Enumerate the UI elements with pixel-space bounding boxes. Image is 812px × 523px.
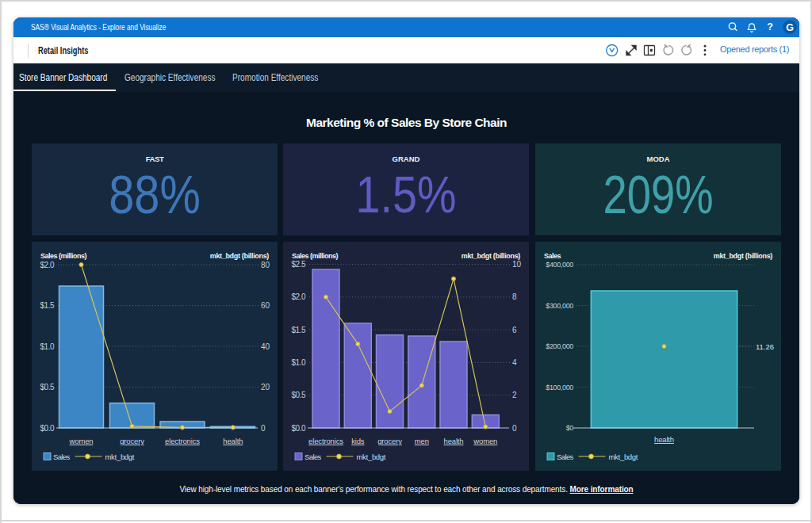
svg-text:grocery: grocery bbox=[377, 437, 402, 445]
svg-text:mkt_bdgt: mkt_bdgt bbox=[609, 452, 638, 461]
svg-text:Sales: Sales bbox=[53, 452, 71, 461]
svg-text:$1.0: $1.0 bbox=[40, 342, 55, 351]
svg-text:kids: kids bbox=[351, 437, 365, 445]
svg-text:G: G bbox=[786, 22, 794, 33]
svg-text:Sales (millions): Sales (millions) bbox=[292, 252, 339, 260]
svg-text:8: 8 bbox=[512, 292, 517, 301]
svg-text:$0.0: $0.0 bbox=[292, 424, 306, 433]
svg-text:mkt_bdgt (billions): mkt_bdgt (billions) bbox=[462, 252, 521, 260]
svg-text:health: health bbox=[223, 437, 243, 445]
svg-text:$2.0: $2.0 bbox=[292, 292, 306, 301]
svg-text:$200,000: $200,000 bbox=[546, 342, 573, 350]
svg-text:$300,000: $300,000 bbox=[546, 302, 573, 310]
svg-text:$100,000: $100,000 bbox=[546, 384, 573, 391]
svg-text:2: 2 bbox=[512, 391, 517, 399]
svg-text:mkt_bdgt (billions): mkt_bdgt (billions) bbox=[714, 252, 773, 260]
svg-text:women: women bbox=[473, 437, 497, 445]
svg-text:$0.5: $0.5 bbox=[292, 391, 306, 399]
svg-text:electronics: electronics bbox=[165, 437, 200, 445]
svg-text:$400,000: $400,000 bbox=[546, 261, 573, 269]
svg-text:mkt_bdgt: mkt_bdgt bbox=[105, 452, 135, 461]
svg-text:20: 20 bbox=[261, 383, 270, 391]
svg-text:Sales: Sales bbox=[304, 452, 322, 461]
svg-text:$0.5: $0.5 bbox=[40, 383, 55, 391]
svg-text:$1.5: $1.5 bbox=[40, 301, 55, 310]
svg-text:6: 6 bbox=[512, 326, 517, 334]
svg-text:$1.0: $1.0 bbox=[292, 358, 306, 367]
svg-text:$2.5: $2.5 bbox=[292, 260, 306, 269]
svg-text:$0: $0 bbox=[566, 424, 574, 432]
svg-text:grocery: grocery bbox=[120, 437, 144, 445]
svg-text:Sales (millions): Sales (millions) bbox=[40, 252, 87, 260]
svg-text:10: 10 bbox=[512, 260, 522, 269]
svg-text:health: health bbox=[444, 437, 464, 445]
svg-text:electronics: electronics bbox=[308, 437, 343, 445]
svg-text:11.26: 11.26 bbox=[756, 342, 774, 351]
svg-text:60: 60 bbox=[261, 301, 270, 310]
svg-text:0: 0 bbox=[512, 424, 517, 433]
svg-text:0: 0 bbox=[261, 424, 266, 433]
svg-text:health: health bbox=[654, 435, 674, 444]
svg-text:$1.5: $1.5 bbox=[292, 326, 306, 334]
svg-text:$0.0: $0.0 bbox=[40, 424, 55, 433]
svg-text:men: men bbox=[415, 437, 429, 445]
svg-text:Sales: Sales bbox=[544, 252, 561, 260]
svg-text:mkt_bdgt (billions): mkt_bdgt (billions) bbox=[210, 252, 270, 260]
svg-text:women: women bbox=[69, 437, 94, 445]
svg-text:Sales: Sales bbox=[557, 452, 574, 461]
svg-text:40: 40 bbox=[261, 342, 270, 351]
svg-text:mkt_bdgt: mkt_bdgt bbox=[357, 452, 386, 461]
svg-text:4: 4 bbox=[512, 358, 517, 367]
svg-text:80: 80 bbox=[261, 261, 270, 269]
svg-text:$2.0: $2.0 bbox=[40, 261, 55, 269]
svg-text:?: ? bbox=[767, 21, 773, 32]
